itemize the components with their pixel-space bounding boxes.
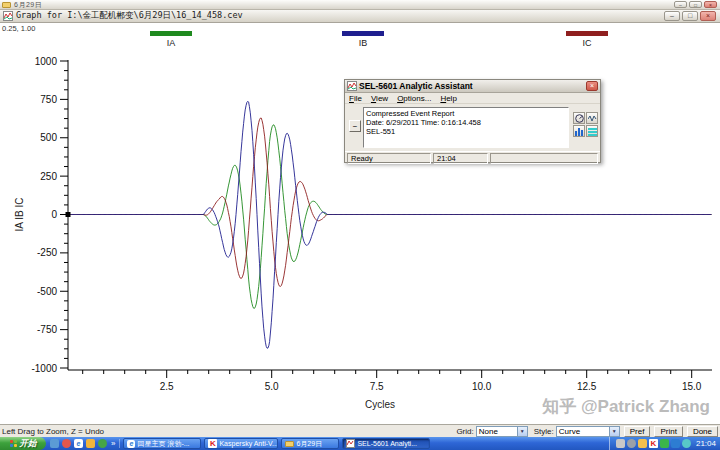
taskbar-task-browser[interactable]: e 回星主页 浪勃-... — [123, 438, 201, 449]
svg-text:750: 750 — [40, 94, 57, 105]
chevron-down-icon[interactable]: ▼ — [517, 427, 527, 436]
folder-shortcut-icon[interactable] — [86, 439, 95, 448]
graph-client-area: 0.25, 1.00 IA IB IC 10007505002500-250-5… — [0, 23, 720, 424]
dialog-titlebar[interactable]: SEL-5601 Analytic Assistant × — [345, 80, 600, 93]
chevron-right-icon[interactable]: » — [111, 439, 115, 448]
svg-text:7.5: 7.5 — [370, 381, 384, 392]
svg-text:15.0: 15.0 — [682, 381, 702, 392]
svg-text:-1000: -1000 — [31, 363, 57, 374]
kaspersky-icon[interactable]: K — [649, 439, 658, 448]
grid-select[interactable]: None ▼ — [476, 426, 528, 437]
menu-options[interactable]: Options... — [397, 94, 431, 103]
graph-bottom-toolbar: Left Drag to Zoom, Z = Undo Grid: None ▼… — [0, 424, 720, 437]
svg-text:-250: -250 — [37, 247, 57, 258]
dialog-body: − Compressed Event Report Date: 6/29/201… — [345, 104, 600, 151]
network-icon[interactable] — [671, 439, 680, 448]
dialog-status-spare — [490, 153, 598, 164]
harmonics-icon-button[interactable] — [573, 125, 585, 137]
svg-text:1000: 1000 — [35, 56, 58, 67]
svg-text:12.5: 12.5 — [577, 381, 597, 392]
task-label: SEL-5601 Analyti... — [357, 440, 417, 447]
maximize-icon[interactable]: □ — [689, 1, 702, 8]
task-label: 回星主页 浪勃-... — [137, 439, 189, 449]
sel5601-dialog: SEL-5601 Analytic Assistant × File View … — [344, 79, 601, 163]
close-icon[interactable]: × — [700, 11, 716, 21]
event-line: Compressed Event Report — [366, 109, 566, 118]
done-button[interactable]: Done — [687, 426, 718, 437]
background-window-title: 6月29日 — [14, 0, 42, 10]
svg-text:250: 250 — [40, 171, 57, 182]
style-select[interactable]: Curve ▼ — [556, 426, 620, 437]
sync-icon[interactable] — [682, 439, 691, 448]
oscillogram-icon-button[interactable] — [586, 112, 598, 124]
dialog-title: SEL-5601 Analytic Assistant — [359, 81, 473, 91]
dialog-status-text: Ready — [347, 153, 431, 164]
media-player-icon[interactable] — [62, 439, 71, 448]
shield-icon[interactable] — [638, 439, 647, 448]
ie-icon: e — [127, 440, 135, 448]
svg-text:500: 500 — [40, 132, 57, 143]
volume-icon[interactable] — [627, 439, 636, 448]
y-axis-label: IA IB IC — [14, 185, 25, 245]
svg-text:-500: -500 — [37, 286, 57, 297]
taskbar-task-folder[interactable]: 6月29日 — [281, 438, 339, 449]
taskbar-task-kaspersky[interactable]: K Kaspersky Anti-V... — [204, 438, 278, 449]
phasor-icon-button[interactable] — [573, 112, 585, 124]
event-report-list[interactable]: Compressed Event Report Date: 6/29/2011 … — [363, 107, 569, 148]
svg-text:2.5: 2.5 — [160, 381, 174, 392]
background-window-titlebar: 6月29日 – □ × — [0, 0, 720, 10]
messenger-icon[interactable] — [50, 439, 59, 448]
event-table-icon-button[interactable] — [586, 125, 598, 137]
minimize-icon[interactable]: – — [664, 11, 680, 21]
event-line: Date: 6/29/2011 Time: 0:16:14.458 — [366, 118, 566, 127]
graph-window-titlebar: Graph for I:\金工配机郴变\6月29日\16_14_458.cev … — [0, 10, 720, 23]
menu-file[interactable]: File — [349, 94, 362, 103]
close-icon[interactable]: × — [586, 81, 598, 91]
dialog-statusbar: Ready 21:04 — [345, 151, 600, 164]
pref-button[interactable]: Pref — [624, 426, 651, 437]
minimize-icon[interactable]: – — [674, 1, 687, 8]
window-title: Graph for I:\金工配机郴变\6月29日\16_14_458.cev — [16, 10, 243, 22]
tray-clock[interactable]: 21:04 — [696, 439, 716, 448]
graph-app-icon — [3, 11, 13, 21]
collapse-button[interactable]: − — [349, 120, 361, 132]
system-tray: K 21:04 — [609, 437, 720, 450]
svg-text:0: 0 — [51, 209, 57, 220]
task-label: 6月29日 — [296, 439, 322, 449]
grid-value: None — [477, 427, 500, 436]
folder-icon — [2, 2, 11, 8]
update-icon[interactable] — [660, 439, 669, 448]
dialog-app-icon — [347, 81, 357, 91]
start-button-label: 开始 — [20, 438, 37, 450]
taskbar: 开始 e » e 回星主页 浪勃-... K Kaspersky Anti-V.… — [0, 437, 720, 450]
print-button[interactable]: Print — [654, 426, 682, 437]
menu-view[interactable]: View — [371, 94, 388, 103]
dialog-tool-buttons — [573, 112, 600, 137]
quick-launch-bar: e » — [46, 439, 120, 448]
svg-text:-750: -750 — [37, 324, 57, 335]
windows-logo-icon — [10, 440, 18, 448]
svg-text:10.0: 10.0 — [472, 381, 492, 392]
chevron-down-icon[interactable]: ▼ — [609, 427, 619, 436]
grid-label: Grid: — [456, 427, 473, 436]
svg-text:5.0: 5.0 — [265, 381, 279, 392]
style-value: Curve — [557, 427, 582, 436]
maximize-icon[interactable]: □ — [682, 11, 698, 21]
globe-icon[interactable] — [98, 439, 107, 448]
watermark: 知乎 @Patrick Zhang — [542, 395, 710, 418]
zoom-hint-text: Left Drag to Zoom, Z = Undo — [2, 427, 104, 436]
task-label: Kaspersky Anti-V... — [219, 440, 278, 447]
graph-app-icon — [346, 439, 355, 448]
close-icon[interactable]: × — [704, 1, 717, 8]
style-label: Style: — [534, 427, 554, 436]
start-button[interactable]: 开始 — [0, 437, 46, 450]
taskbar-task-sel5601[interactable]: SEL-5601 Analyti... — [342, 438, 430, 449]
dialog-status-time: 21:04 — [433, 153, 488, 164]
printer-icon[interactable] — [616, 439, 625, 448]
folder-icon — [285, 441, 294, 447]
event-line: SEL-551 — [366, 127, 566, 136]
kaspersky-icon: K — [208, 439, 217, 448]
dialog-menubar: File View Options... Help — [345, 93, 600, 104]
ie-icon[interactable]: e — [74, 439, 83, 448]
menu-help[interactable]: Help — [440, 94, 456, 103]
